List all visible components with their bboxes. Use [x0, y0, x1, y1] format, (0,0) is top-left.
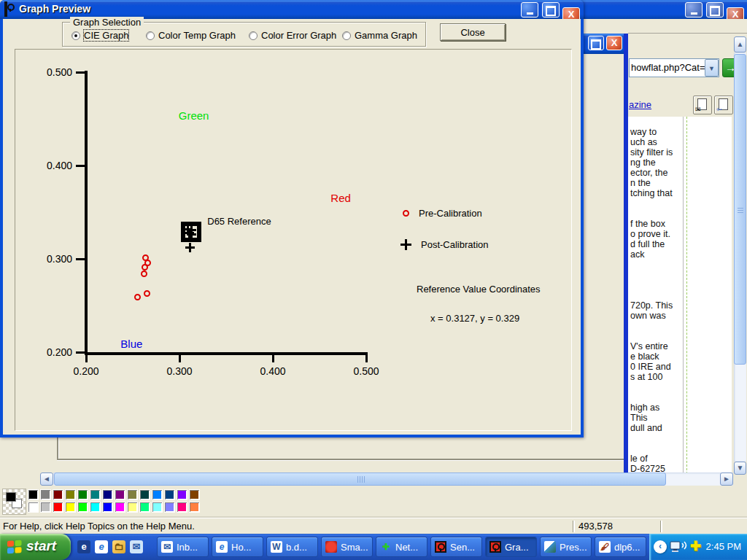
forum-text-line: V's entire: [630, 341, 732, 351]
palette-color-000000[interactable]: [28, 489, 39, 500]
palette-color-0080ff[interactable]: [152, 489, 163, 500]
x-tick-label: 0.500: [344, 365, 388, 377]
task-button-Net[interactable]: ✚Net...: [376, 537, 427, 557]
minimize-icon[interactable]: [521, 2, 538, 18]
palette-color-004080[interactable]: [164, 489, 175, 500]
task-button-Ho[interactable]: eHo...: [212, 537, 263, 557]
radio-circle-icon[interactable]: [249, 31, 258, 40]
palette-color-00ff80[interactable]: [139, 502, 150, 513]
palette-color-ff8040[interactable]: [189, 502, 200, 513]
forum-text-line: f the box: [630, 219, 732, 229]
post-calibration-point: [185, 243, 195, 252]
scroll-down-icon[interactable]: ▼: [734, 462, 746, 475]
palette-color-ff00ff[interactable]: [115, 502, 125, 513]
network-monitor-icon[interactable]: [670, 541, 689, 553]
graph-preview-window: Graph Preview X Graph Selection CIE Grap…: [0, 0, 584, 438]
radio-gamma-graph[interactable]: Gamma Graph: [342, 30, 417, 41]
previous-page-icon[interactable]: ⇦: [714, 96, 733, 114]
x-tick-label: 0.400: [251, 365, 295, 377]
palette-color-ffff00[interactable]: [65, 502, 76, 513]
task-buttons: ✉Inb...eHo...Wb.d...Sma...✚Net...Sen...G…: [0, 534, 649, 560]
palette-color-ff0000[interactable]: [53, 502, 63, 513]
scroll-right-icon[interactable]: ►: [720, 472, 733, 486]
palette-color-808080[interactable]: [40, 489, 51, 500]
palette-color-008000[interactable]: [77, 489, 88, 500]
email-page-icon[interactable]: ✉: [693, 96, 712, 114]
palette-color-800000[interactable]: [53, 489, 63, 500]
palette-color-80ffff[interactable]: [152, 502, 163, 513]
palette-color-ffff80[interactable]: [127, 502, 138, 513]
radio-label[interactable]: Color Error Graph: [261, 30, 336, 41]
scrollbar-grip: [357, 476, 358, 483]
task-label: dlp6...: [614, 542, 640, 553]
minimize-icon[interactable]: [685, 2, 703, 18]
palette-color-800080[interactable]: [115, 489, 125, 500]
close-icon[interactable]: X: [606, 36, 622, 50]
palette-color-0000ff[interactable]: [102, 502, 113, 513]
radio-cie-graph[interactable]: CIE Graph: [71, 30, 128, 41]
radio-label[interactable]: CIE Graph: [84, 30, 128, 41]
foreground-color-swatch: [6, 492, 16, 502]
radio-circle-icon[interactable]: [146, 31, 155, 40]
address-dropdown-icon[interactable]: ▼: [705, 59, 719, 77]
envelope-glyph: ✉: [695, 106, 701, 113]
vertical-scrollbar-thumb[interactable]: [734, 54, 746, 365]
task-button-Inb[interactable]: ✉Inb...: [157, 537, 209, 557]
word-icon: W: [271, 541, 282, 553]
palette-color-000080[interactable]: [102, 489, 113, 500]
forum-text-line: own was: [630, 311, 732, 321]
scroll-up-icon[interactable]: ▲: [734, 36, 746, 52]
task-label: Gra...: [505, 542, 529, 553]
task-button-dlp6[interactable]: 🖌dlp6...: [595, 537, 646, 557]
palette-color-c0c0c0[interactable]: [40, 502, 51, 513]
palette-color-00ffff[interactable]: [90, 502, 101, 513]
task-button-bd[interactable]: Wb.d...: [266, 537, 318, 557]
palette-color-ff0080[interactable]: [177, 502, 187, 513]
horizontal-scrollbar-thumb[interactable]: [54, 472, 666, 486]
palette-color-004040[interactable]: [139, 489, 150, 500]
palette-color-808040[interactable]: [127, 489, 138, 500]
yellow-plus-tray-icon[interactable]: ✚: [690, 538, 701, 554]
task-button-Gra[interactable]: Gra...: [485, 537, 537, 557]
palette-color-808000[interactable]: [65, 489, 76, 500]
color-fill: [178, 503, 186, 511]
background-window-menu-band: [581, 19, 747, 34]
close-button[interactable]: Close: [440, 23, 506, 41]
palette-color-008080[interactable]: [90, 489, 101, 500]
forum-link[interactable]: azine: [629, 99, 651, 110]
outlook-icon: ✉: [161, 541, 173, 553]
color-fill: [128, 491, 136, 499]
radio-color-temp-graph[interactable]: Color Temp Graph: [146, 30, 236, 41]
task-button-Sma[interactable]: Sma...: [321, 537, 373, 557]
taskbar: start e e 🗀 ✉ ✉Inb...eHo...Wb.d...Sma...…: [0, 534, 747, 560]
task-button-Pres[interactable]: Pres...: [540, 537, 592, 557]
forum-text-line: [630, 198, 732, 209]
reference-coordinates-title: Reference Value Coordinates: [417, 284, 541, 295]
radio-circle-icon[interactable]: [71, 31, 80, 40]
paint-color-indicator[interactable]: [2, 489, 26, 515]
radio-label[interactable]: Gamma Graph: [355, 30, 417, 41]
maximize-icon[interactable]: [542, 2, 560, 18]
palette-color-ffffff[interactable]: [28, 502, 39, 513]
task-label: Sen...: [450, 542, 475, 553]
scroll-left-icon[interactable]: ◄: [40, 472, 53, 486]
palette-color-8000ff[interactable]: [177, 489, 187, 500]
task-label: Inb...: [177, 542, 198, 553]
radio-color-error-graph[interactable]: Color Error Graph: [249, 30, 336, 41]
color-fill: [178, 491, 186, 499]
palette-color-804000[interactable]: [189, 489, 200, 500]
radio-circle-icon[interactable]: [342, 31, 351, 40]
system-tray: ‹ ✚ 2:45 PM: [649, 534, 747, 560]
paint-status-bar: For Help, click Help Topics on the Help …: [0, 518, 747, 534]
palette-color-8080ff[interactable]: [164, 502, 175, 513]
picture-icon: [544, 541, 556, 553]
radio-label[interactable]: Color Temp Graph: [158, 30, 236, 41]
task-button-Sen[interactable]: Sen...: [430, 537, 482, 557]
hide-icons-chevron-icon[interactable]: ‹: [654, 540, 667, 553]
palette-color-00ff00[interactable]: [77, 502, 88, 513]
forum-text-line: ector, the: [630, 168, 732, 178]
annotation-red: Red: [330, 192, 351, 204]
restore-icon[interactable]: [706, 2, 724, 18]
color-fill: [104, 503, 112, 511]
restore-icon[interactable]: [588, 36, 604, 50]
